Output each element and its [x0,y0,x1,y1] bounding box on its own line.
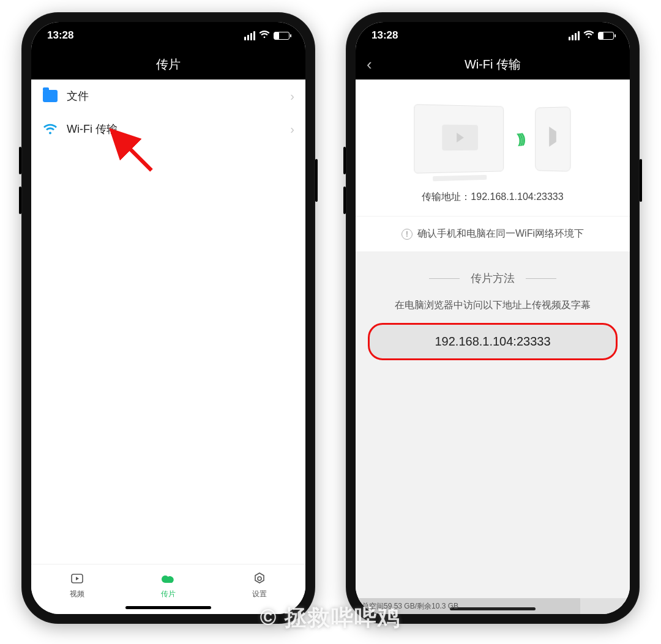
page-title: Wi-Fi 传输 [465,56,521,73]
play-icon [69,571,85,587]
row-label: Wi-Fi 传输 [67,122,118,136]
chevron-right-icon: › [290,89,294,103]
tab-video[interactable]: 视频 [69,571,85,599]
notch [431,22,554,40]
status-time: 13:28 [47,29,73,42]
wifi-note: ! 确认手机和电脑在同一WiFi网络环境下 [356,217,630,251]
battery-icon [598,32,614,40]
notch [107,22,230,40]
tab-transfer[interactable]: 传片 [160,571,176,599]
addr-label: 传输地址： [422,191,471,202]
row-files[interactable]: 文件 › [31,80,305,113]
row-wifi-transfer[interactable]: Wi-Fi 传输 › [31,113,305,146]
row-label: 文件 [67,89,89,103]
tab-label: 传片 [161,589,176,599]
tab-label: 设置 [252,589,267,599]
signal-icon [244,31,255,40]
svg-point-1 [258,577,261,580]
wifi-icon [259,29,270,42]
nav-header: ‹ Wi-Fi 传输 [356,49,630,80]
transfer-address: 传输地址：192.168.1.104:23333 [362,191,624,204]
phone-left: 13:28 传片 文件 › [21,12,315,624]
page-title: 传片 [156,56,181,73]
wifi-icon [583,29,594,42]
cloud-icon [160,571,176,587]
ip-address-box[interactable]: 192.168.1.104:23333 [368,323,618,360]
battery-icon [274,32,289,40]
phone-right: 13:28 ‹ Wi-Fi 传输 ))) [346,12,640,624]
gear-icon [252,571,267,587]
method-title-text: 传片方法 [471,271,515,286]
wifi-waves-icon: ))) [517,131,525,147]
back-button[interactable]: ‹ [367,55,372,74]
tab-bar: 视频 传片 设置 [31,564,305,614]
note-text: 确认手机和电脑在同一WiFi网络环境下 [417,228,584,240]
addr-value: 192.168.1.104:23333 [471,191,563,202]
info-icon: ! [401,229,413,240]
status-time: 13:28 [372,29,398,42]
storage-text: 总空间59.53 GB/剩余10.3 GB [362,601,458,612]
storage-bar: 总空间59.53 GB/剩余10.3 GB [356,598,630,614]
transfer-illustration: ))) 传输地址：192.168.1.104:23333 [356,80,630,216]
phone-icon [535,106,570,172]
home-indicator[interactable] [125,606,211,609]
home-indicator[interactable] [450,607,536,610]
chevron-right-icon: › [290,122,294,136]
method-heading: 传片方法 [368,271,618,286]
wifi-icon [42,121,58,137]
folder-icon [42,88,58,104]
tab-label: 视频 [70,589,84,599]
tab-settings[interactable]: 设置 [252,571,267,599]
signal-icon [569,31,580,40]
nav-header: 传片 [31,49,305,80]
computer-icon [414,104,504,174]
method-description: 在电脑浏览器中访问以下地址上传视频及字幕 [368,299,618,312]
